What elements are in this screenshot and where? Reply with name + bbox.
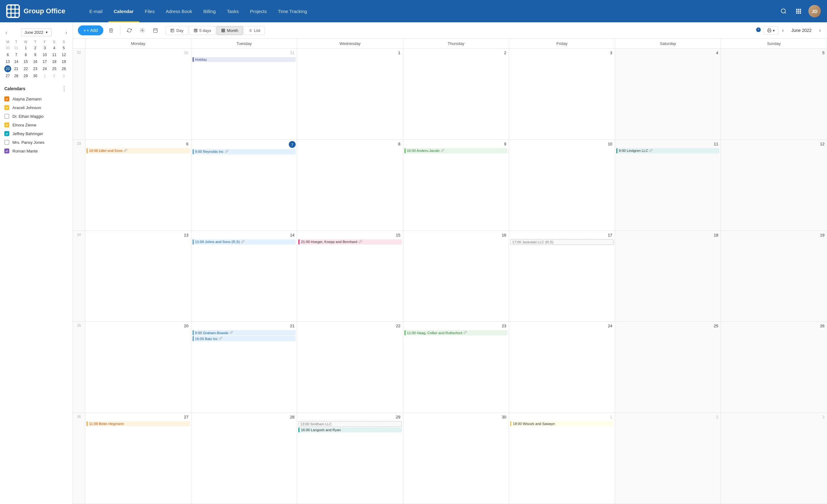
mini-cal-day[interactable]: 21 bbox=[12, 65, 21, 72]
calendar-event[interactable]: 16:00 Langosh and Ryan bbox=[298, 428, 402, 432]
calendar-event[interactable]: 11:00 Haag, Collier and Rutherford bbox=[404, 330, 508, 335]
apps-button[interactable] bbox=[793, 6, 804, 16]
calendar-checkbox[interactable] bbox=[4, 105, 9, 110]
calendar-event[interactable]: Holiday bbox=[193, 57, 296, 62]
calendar-item[interactable]: Alayna Ziemann bbox=[4, 95, 68, 103]
calendar-item[interactable]: Roman Mante bbox=[4, 147, 68, 155]
cal-day-cell[interactable]: 610:00 Littel and Sons bbox=[85, 140, 191, 231]
mini-cal-day[interactable]: 4 bbox=[50, 45, 59, 51]
mini-cal-day[interactable]: 15 bbox=[21, 59, 31, 65]
calendar-checkbox[interactable] bbox=[4, 140, 9, 145]
mini-cal-prev[interactable]: ‹ bbox=[4, 30, 9, 36]
cal-day-cell[interactable]: 30 bbox=[403, 413, 509, 504]
mini-cal-day[interactable]: 28 bbox=[12, 73, 21, 79]
mini-cal-day[interactable]: 17 bbox=[40, 59, 49, 65]
calendar-event[interactable]: 16:00 Batz Inc bbox=[193, 336, 296, 341]
cal-day-cell[interactable]: 3 bbox=[509, 49, 615, 139]
cal-day-cell[interactable]: 3 bbox=[721, 413, 827, 504]
nav-timetracking[interactable]: Time Tracking bbox=[272, 0, 313, 22]
mini-cal-next[interactable]: › bbox=[63, 30, 69, 36]
calendars-menu-button[interactable]: ⋮ bbox=[60, 85, 68, 92]
mini-cal-day[interactable]: 14 bbox=[12, 59, 21, 65]
mini-cal-day[interactable]: 18 bbox=[50, 59, 59, 65]
cal-day-cell[interactable]: 916:00 Anders-Jacobi bbox=[403, 140, 509, 231]
cal-day-cell[interactable]: 20 bbox=[85, 322, 191, 412]
cal-day-cell[interactable]: 219:00 Graham-Bowski16:00 Batz Inc bbox=[191, 322, 297, 412]
mini-cal-day[interactable]: 2 bbox=[50, 73, 59, 79]
cal-day-cell[interactable]: 1521:00 Hoeger, Koepp and Bernhard bbox=[297, 231, 403, 322]
mini-cal-day[interactable]: 12 bbox=[59, 52, 68, 58]
cal-day-cell[interactable]: 4 bbox=[615, 49, 721, 139]
cal-day-cell[interactable]: 26 bbox=[721, 322, 827, 412]
calendar-checkbox[interactable] bbox=[4, 149, 9, 154]
mini-cal-day[interactable]: 30 bbox=[4, 45, 11, 51]
calendar-checkbox[interactable] bbox=[4, 122, 9, 127]
cal-day-cell[interactable]: 16 bbox=[403, 231, 509, 322]
mini-cal-day[interactable]: 9 bbox=[31, 52, 40, 58]
mini-cal-day[interactable]: 8 bbox=[21, 52, 31, 58]
mini-cal-day[interactable]: 3 bbox=[59, 73, 68, 79]
nav-tasks[interactable]: Tasks bbox=[221, 0, 244, 22]
nav-email[interactable]: E-mail bbox=[84, 0, 108, 22]
next-month-button[interactable]: › bbox=[818, 26, 822, 35]
calendar-event[interactable]: 21:00 Hoeger, Koepp and Bernhard bbox=[298, 239, 402, 244]
cal-day-cell[interactable]: 2711:00 Beier-Hegmann bbox=[85, 413, 191, 504]
mini-cal-day[interactable]: 1 bbox=[21, 45, 31, 51]
delete-button[interactable] bbox=[106, 26, 116, 35]
mini-cal-day[interactable]: 22 bbox=[21, 65, 31, 72]
calendar-event[interactable]: 16:00 Anders-Jacobi bbox=[404, 148, 508, 154]
calendar-item[interactable]: Dr. Ethan Maggio bbox=[4, 112, 68, 121]
mini-cal-day[interactable]: 16 bbox=[31, 59, 40, 65]
settings-button[interactable] bbox=[137, 26, 148, 35]
mini-cal-day[interactable]: 26 bbox=[59, 65, 68, 72]
cal-day-cell[interactable]: 12 bbox=[721, 140, 827, 231]
calendar-event[interactable]: 17:00 Jaskolski LLC (R,S) bbox=[510, 239, 614, 245]
calendar-item[interactable]: Araceli Johnson bbox=[4, 103, 68, 112]
mini-cal-day[interactable]: 25 bbox=[50, 65, 59, 72]
add-button[interactable]: + + Add bbox=[78, 25, 103, 35]
cal-day-cell[interactable]: 19 bbox=[721, 231, 827, 322]
refresh-button[interactable] bbox=[124, 26, 135, 35]
cal-day-cell[interactable]: 2 bbox=[615, 413, 721, 504]
cal-day-cell[interactable]: 5 bbox=[721, 49, 827, 139]
search-button[interactable] bbox=[779, 6, 788, 16]
cal-day-cell[interactable]: 1 bbox=[297, 49, 403, 139]
nav-calendar[interactable]: Calendar bbox=[108, 0, 139, 22]
calendar-picker-button[interactable] bbox=[150, 26, 161, 35]
mini-cal-day[interactable]: 10 bbox=[40, 52, 49, 58]
cal-day-cell[interactable]: 1717:00 Jaskolski LLC (R,S) bbox=[509, 231, 615, 322]
mini-cal-day[interactable]: 2 bbox=[31, 45, 40, 51]
cal-day-cell[interactable]: 28 bbox=[191, 413, 297, 504]
cal-day-cell[interactable]: 13 bbox=[85, 231, 191, 322]
cal-day-cell[interactable]: 2913:00 Smitham LLC16:00 Langosh and Rya… bbox=[297, 413, 403, 504]
mini-cal-day[interactable]: 11 bbox=[50, 52, 59, 58]
print-button[interactable]: ▾ bbox=[764, 26, 778, 35]
calendar-event[interactable]: 9:00 Reynolds Inc bbox=[193, 149, 296, 154]
cal-day-cell[interactable]: 18 bbox=[615, 231, 721, 322]
mini-cal-month-selector[interactable]: June 2022 ▼ bbox=[21, 29, 52, 36]
calendar-checkbox[interactable] bbox=[4, 131, 9, 136]
cal-day-cell[interactable]: 31Holiday bbox=[191, 49, 297, 139]
calendar-event[interactable]: 10:00 Littel and Sons bbox=[87, 148, 190, 154]
calendar-event[interactable]: 11:00 Beier-Hegmann bbox=[87, 421, 190, 426]
calendar-event[interactable]: 11:00 Johns and Sons (R,S) bbox=[193, 239, 296, 244]
mini-cal-day[interactable]: 19 bbox=[59, 59, 68, 65]
calendar-item[interactable]: Mrs. Pansy Jones bbox=[4, 138, 68, 147]
view-list-button[interactable]: List bbox=[244, 26, 265, 35]
mini-cal-day[interactable]: 24 bbox=[40, 65, 49, 72]
nav-files[interactable]: Files bbox=[139, 0, 160, 22]
prev-month-button[interactable]: ‹ bbox=[781, 26, 785, 35]
calendar-event[interactable]: 13:00 Smitham LLC bbox=[298, 421, 402, 427]
nav-billing[interactable]: Billing bbox=[198, 0, 221, 22]
cal-day-cell[interactable]: 79:00 Reynolds Inc bbox=[191, 140, 297, 231]
view-5days-button[interactable]: 5 days bbox=[189, 26, 216, 35]
info-button[interactable] bbox=[756, 27, 761, 34]
cal-day-cell[interactable]: 25 bbox=[615, 322, 721, 412]
calendar-event[interactable]: 9:00 Lindgren LLC bbox=[616, 148, 720, 154]
calendar-event[interactable]: 18:00 Wisozk and Sawayn bbox=[510, 421, 614, 426]
cal-day-cell[interactable]: 1411:00 Johns and Sons (R,S) bbox=[191, 231, 297, 322]
cal-day-cell[interactable]: 24 bbox=[509, 322, 615, 412]
cal-day-cell[interactable]: 22 bbox=[297, 322, 403, 412]
mini-cal-day[interactable]: 30 bbox=[31, 73, 40, 79]
mini-cal-day[interactable]: 27 bbox=[4, 73, 11, 79]
